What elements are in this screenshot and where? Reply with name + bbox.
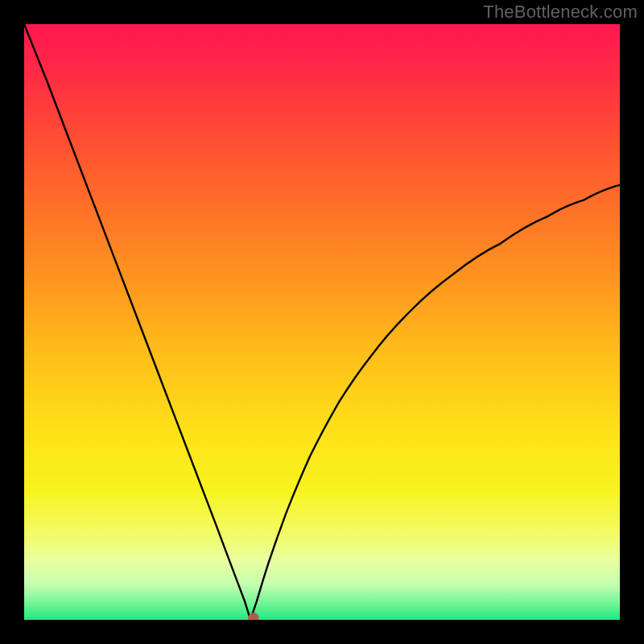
watermark-text: TheBottleneck.com: [483, 2, 638, 23]
minimum-marker-icon: [248, 613, 258, 620]
bottleneck-curve: [24, 24, 620, 620]
plot-area: [24, 24, 620, 620]
chart-outer: TheBottleneck.com: [0, 0, 644, 644]
